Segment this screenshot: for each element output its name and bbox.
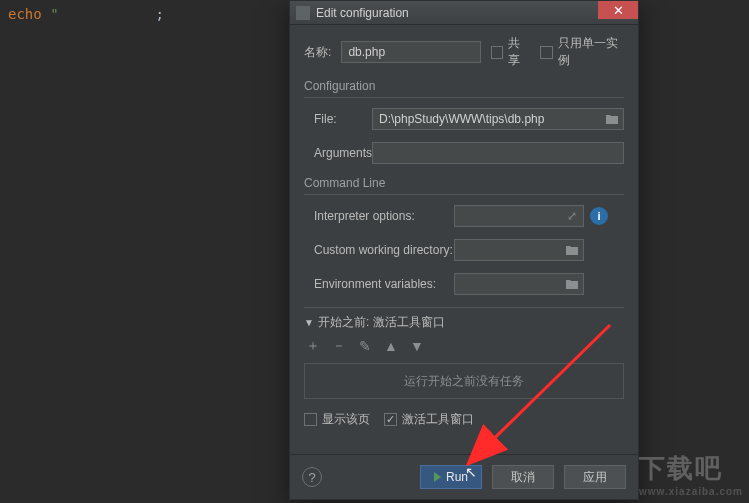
checkbox-icon bbox=[491, 46, 503, 59]
section-separator bbox=[304, 97, 624, 98]
env-label: Environment variables: bbox=[304, 277, 454, 291]
bottom-check-row: 显示该页 激活工具窗口 bbox=[304, 411, 624, 428]
share-label: 共享 bbox=[508, 35, 530, 69]
watermark-main: 下载吧 bbox=[639, 453, 723, 483]
run-label: Run bbox=[446, 470, 468, 484]
dialog-title: Edit configuration bbox=[316, 6, 632, 20]
run-button[interactable]: Run bbox=[420, 465, 482, 489]
before-launch-header[interactable]: ▼ 开始之前: 激活工具窗口 bbox=[304, 314, 624, 331]
watermark-sub: www.xiazaiba.com bbox=[639, 486, 743, 497]
commandline-section-title: Command Line bbox=[304, 176, 624, 190]
file-input[interactable] bbox=[372, 108, 624, 130]
info-icon[interactable]: i bbox=[590, 207, 608, 225]
name-label: 名称: bbox=[304, 44, 337, 61]
app-icon bbox=[296, 6, 310, 20]
help-button[interactable]: ? bbox=[302, 467, 322, 487]
tasks-empty-box: 运行开始之前没有任务 bbox=[304, 363, 624, 399]
checkbox-checked-icon bbox=[384, 413, 397, 426]
env-field: Environment variables: bbox=[304, 273, 624, 295]
down-icon[interactable]: ▼ bbox=[410, 338, 424, 354]
name-row: 名称: 共享 只用单一实例 bbox=[304, 35, 624, 69]
file-label: File: bbox=[304, 112, 372, 126]
arguments-field: Arguments: bbox=[304, 142, 624, 164]
chevron-down-icon: ▼ bbox=[304, 317, 314, 328]
edit-configuration-dialog: Edit configuration ✕ 名称: 共享 只用单一实例 Confi… bbox=[289, 0, 639, 500]
section-separator bbox=[304, 194, 624, 195]
code-keyword: echo bbox=[8, 6, 42, 22]
dialog-footer: ? Run 取消 应用 bbox=[290, 454, 638, 499]
expand-icon[interactable]: ⤢ bbox=[564, 208, 580, 224]
apply-label: 应用 bbox=[583, 469, 607, 486]
section-separator bbox=[304, 307, 624, 308]
cancel-label: 取消 bbox=[511, 469, 535, 486]
close-icon: ✕ bbox=[613, 3, 624, 18]
before-launch-label: 开始之前: 激活工具窗口 bbox=[318, 314, 445, 331]
show-page-checkbox[interactable]: 显示该页 bbox=[304, 411, 370, 428]
single-instance-checkbox[interactable]: 只用单一实例 bbox=[540, 35, 624, 69]
folder-icon[interactable] bbox=[564, 276, 580, 292]
up-icon[interactable]: ▲ bbox=[384, 338, 398, 354]
edit-icon[interactable]: ✎ bbox=[358, 338, 372, 354]
show-page-label: 显示该页 bbox=[322, 411, 370, 428]
play-icon bbox=[434, 472, 441, 482]
before-launch-toolbar: ＋ － ✎ ▲ ▼ bbox=[304, 331, 624, 363]
folder-icon[interactable] bbox=[604, 111, 620, 127]
apply-button[interactable]: 应用 bbox=[564, 465, 626, 489]
checkbox-icon bbox=[540, 46, 552, 59]
watermark: 下载吧 www.xiazaiba.com bbox=[639, 451, 743, 497]
checkbox-icon bbox=[304, 413, 317, 426]
activate-tool-label: 激活工具窗口 bbox=[402, 411, 474, 428]
folder-icon[interactable] bbox=[564, 242, 580, 258]
single-instance-label: 只用单一实例 bbox=[558, 35, 624, 69]
arguments-label: Arguments: bbox=[304, 146, 372, 160]
cwd-label: Custom working directory: bbox=[304, 243, 454, 257]
interpreter-options-field: Interpreter options: ⤢ i bbox=[304, 205, 624, 227]
file-field: File: bbox=[304, 108, 624, 130]
remove-icon[interactable]: － bbox=[332, 337, 346, 355]
configuration-section-title: Configuration bbox=[304, 79, 624, 93]
cancel-button[interactable]: 取消 bbox=[492, 465, 554, 489]
activate-tool-checkbox[interactable]: 激活工具窗口 bbox=[384, 411, 474, 428]
help-icon: ? bbox=[308, 470, 315, 485]
interpreter-options-label: Interpreter options: bbox=[304, 209, 454, 223]
close-button[interactable]: ✕ bbox=[598, 1, 638, 19]
no-tasks-label: 运行开始之前没有任务 bbox=[404, 373, 524, 390]
add-icon[interactable]: ＋ bbox=[306, 337, 320, 355]
dialog-titlebar[interactable]: Edit configuration ✕ bbox=[290, 1, 638, 25]
name-input[interactable] bbox=[341, 41, 481, 63]
arguments-input[interactable] bbox=[372, 142, 624, 164]
dialog-body: 名称: 共享 只用单一实例 Configuration File: A bbox=[290, 25, 638, 454]
code-string-open: " bbox=[50, 6, 58, 22]
code-semicolon: ; bbox=[155, 6, 163, 22]
share-checkbox[interactable]: 共享 bbox=[491, 35, 530, 69]
cwd-field: Custom working directory: bbox=[304, 239, 624, 261]
